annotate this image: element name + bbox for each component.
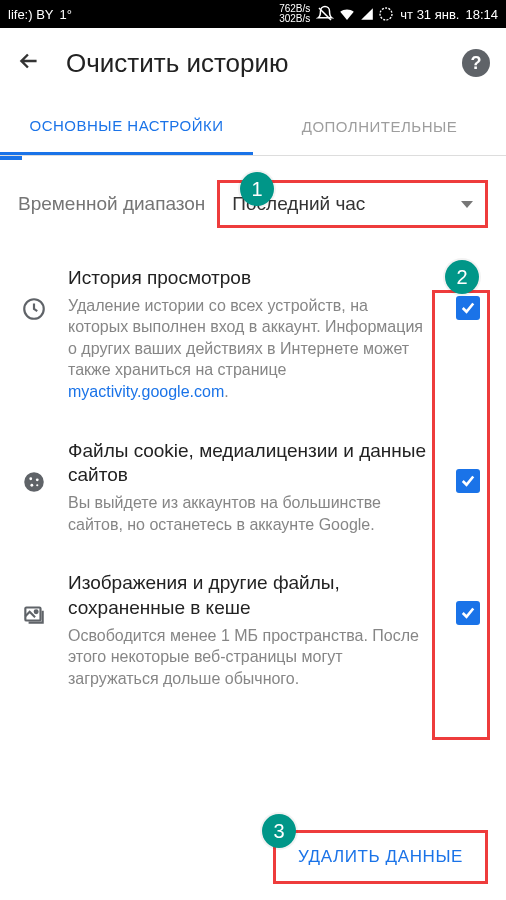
question-icon: ? (471, 53, 482, 74)
option-browsing-history[interactable]: История просмотров Удаление истории со в… (0, 248, 506, 421)
checkbox-history[interactable] (456, 296, 480, 320)
option-title: Изображения и другие файлы, сохраненные … (68, 571, 430, 620)
option-title: Файлы cookie, медиалицензии и данные сай… (68, 439, 430, 488)
settings-loading-icon (378, 6, 394, 22)
date-label: чт 31 янв. (400, 7, 459, 22)
help-button[interactable]: ? (462, 49, 490, 77)
option-cookies[interactable]: Файлы cookie, медиалицензии и данные сай… (0, 421, 506, 554)
back-button[interactable] (16, 48, 42, 78)
check-icon (459, 299, 477, 317)
option-desc: Удаление истории со всех устройств, на к… (68, 295, 430, 403)
option-desc: Освободится менее 1 МБ пространства. Пос… (68, 625, 430, 690)
dnd-icon (316, 5, 334, 23)
app-bar: Очистить историю ? (0, 28, 506, 98)
delete-data-button[interactable]: УДАЛИТЬ ДАННЫЕ (273, 830, 488, 884)
status-icons (316, 5, 394, 23)
option-cached-images[interactable]: Изображения и другие файлы, сохраненные … (0, 553, 506, 707)
check-icon (459, 604, 477, 622)
svg-point-6 (36, 484, 38, 486)
option-body: История просмотров Удаление истории со в… (68, 266, 430, 403)
svg-point-4 (36, 478, 39, 481)
cookie-icon (18, 439, 50, 495)
annotation-badge-2: 2 (445, 260, 479, 294)
arrow-left-icon (16, 48, 42, 74)
checkbox-cookies[interactable] (456, 469, 480, 493)
annotation-badge-3: 3 (262, 814, 296, 848)
check-icon (459, 472, 477, 490)
option-desc-pre: Удаление истории со всех устройств, на к… (68, 297, 423, 379)
status-bar: life:) BY 1° 762B/s 302B/s чт 31 янв. 18… (0, 0, 506, 28)
myactivity-link[interactable]: myactivity.google.com (68, 383, 224, 400)
option-checkbox-cell (448, 439, 488, 493)
option-body: Файлы cookie, медиалицензии и данные сай… (68, 439, 430, 536)
status-right: 762B/s 302B/s чт 31 янв. 18:14 (279, 4, 498, 24)
content: Временной диапазон Последний час История… (0, 156, 506, 707)
time-range-label: Временной диапазон (18, 193, 205, 215)
svg-point-5 (30, 483, 33, 486)
carrier-label: life:) BY (8, 7, 54, 22)
cell-icon (360, 7, 374, 21)
clock-icon (18, 266, 50, 322)
status-left: life:) BY 1° (8, 7, 72, 22)
option-checkbox-cell (448, 571, 488, 625)
tab-basic[interactable]: ОСНОВНЫЕ НАСТРОЙКИ (0, 98, 253, 155)
svg-point-0 (380, 8, 392, 20)
annotation-badge-1: 1 (240, 172, 274, 206)
option-title: История просмотров (68, 266, 430, 291)
temperature-label: 1° (60, 7, 72, 22)
page-title: Очистить историю (66, 48, 438, 79)
svg-point-8 (35, 611, 38, 614)
time-label: 18:14 (465, 7, 498, 22)
chevron-down-icon (461, 201, 473, 208)
image-icon (18, 571, 50, 627)
svg-point-2 (24, 472, 44, 492)
checkbox-cache[interactable] (456, 601, 480, 625)
option-desc-post: . (224, 383, 228, 400)
network-speeds: 762B/s 302B/s (279, 4, 310, 24)
tab-advanced[interactable]: ДОПОЛНИТЕЛЬНЫЕ (253, 98, 506, 155)
option-body: Изображения и другие файлы, сохраненные … (68, 571, 430, 689)
option-desc: Вы выйдете из аккаунтов на большинстве с… (68, 492, 430, 535)
tabs: ОСНОВНЫЕ НАСТРОЙКИ ДОПОЛНИТЕЛЬНЫЕ (0, 98, 506, 156)
svg-point-3 (29, 477, 32, 480)
speed-up: 302B/s (279, 14, 310, 24)
wifi-icon (338, 5, 356, 23)
